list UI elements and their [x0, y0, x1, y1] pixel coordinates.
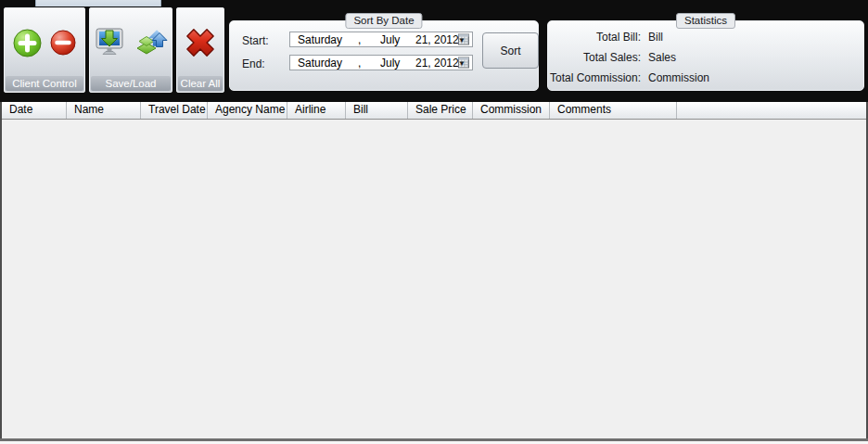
save-button[interactable] — [93, 27, 126, 58]
panel-sort-by-date-caption: Sort By Date — [345, 13, 422, 29]
column-header-comments[interactable]: Comments — [550, 102, 677, 119]
remove-circle-icon — [50, 30, 76, 56]
column-header-filler — [677, 102, 866, 119]
group-caption-client-control: Client Control — [6, 76, 83, 91]
dropdown-arrow-icon: ▼ — [458, 34, 466, 47]
list-frame-left-border — [0, 102, 2, 438]
panel-statistics-caption: Statistics — [676, 13, 735, 29]
clear-all-buttons — [176, 7, 224, 78]
start-date-daynum-year: 21, 2012 — [415, 33, 459, 46]
client-control-buttons — [4, 7, 85, 78]
end-date-month: July — [380, 57, 400, 70]
save-load-buttons — [89, 7, 172, 78]
table-header: Date Name Travel Date Agency Name Airlin… — [2, 102, 866, 120]
group-caption-clear-all: Clear All — [178, 76, 223, 91]
column-header-commission[interactable]: Commission — [473, 102, 550, 119]
save-to-computer-icon — [93, 27, 126, 58]
dropdown-arrow-icon: ▼ — [458, 57, 466, 70]
total-bill-value: Bill — [648, 31, 709, 44]
group-caption-save-load: Save/Load — [91, 76, 171, 91]
statistics-grid: Total Bill: Bill Total Sales: Sales Tota… — [548, 31, 709, 84]
add-circle-icon — [13, 29, 42, 57]
total-sales-value: Sales — [648, 51, 709, 64]
panel-sort-by-date: Sort By Date Start: Saturday , July 21, … — [229, 20, 539, 91]
column-header-airline[interactable]: Airline — [287, 102, 346, 119]
app-window: Control Panel — [0, 0, 868, 444]
start-date-month: July — [380, 33, 400, 46]
panel-statistics: Statistics Total Bill: Bill Total Sales:… — [547, 20, 864, 91]
table-body[interactable] — [2, 120, 866, 438]
end-date-label: End: — [242, 57, 265, 70]
tab-label: Control Panel — [62, 0, 134, 3]
start-date-separator: , — [358, 33, 361, 46]
sort-button[interactable]: Sort — [482, 32, 539, 69]
start-date-dropdown[interactable]: ▼ — [458, 33, 470, 45]
end-date-day: Saturday — [298, 57, 342, 70]
add-client-button[interactable] — [13, 29, 42, 57]
start-date-day: Saturday — [298, 33, 342, 46]
column-header-date[interactable]: Date — [2, 102, 67, 119]
start-date-label: Start: — [242, 34, 269, 47]
column-header-bill[interactable]: Bill — [346, 102, 408, 119]
end-date-dropdown[interactable]: ▼ — [458, 57, 470, 69]
column-header-sale-price[interactable]: Sale Price — [408, 102, 473, 119]
column-header-travel-date[interactable]: Travel Date — [141, 102, 208, 119]
tab-strip: Control Panel — [0, 0, 868, 7]
end-date-picker[interactable]: Saturday , July 21, 2012 ▼ — [289, 55, 473, 70]
total-sales-label: Total Sales: — [548, 51, 641, 64]
total-commission-label: Total Commission: — [548, 71, 641, 84]
load-export-icon — [134, 27, 170, 58]
end-date-separator: , — [358, 57, 361, 70]
total-bill-label: Total Bill: — [548, 31, 641, 44]
load-button[interactable] — [134, 27, 170, 58]
tab-control-panel[interactable]: Control Panel — [35, 0, 161, 6]
column-header-agency-name[interactable]: Agency Name — [208, 102, 287, 119]
group-clear-all: Clear All — [176, 7, 224, 93]
start-date-picker[interactable]: Saturday , July 21, 2012 ▼ — [289, 32, 473, 47]
remove-client-button[interactable] — [50, 30, 76, 56]
ribbon-toolbar: Client Control — [4, 7, 864, 93]
total-commission-value: Commission — [648, 71, 709, 84]
group-client-control: Client Control — [4, 7, 85, 93]
clear-all-button[interactable] — [183, 25, 218, 60]
column-header-name[interactable]: Name — [67, 102, 141, 119]
group-save-load: Save/Load — [89, 7, 172, 93]
red-cross-icon — [183, 25, 218, 60]
end-date-daynum-year: 21, 2012 — [415, 57, 459, 70]
